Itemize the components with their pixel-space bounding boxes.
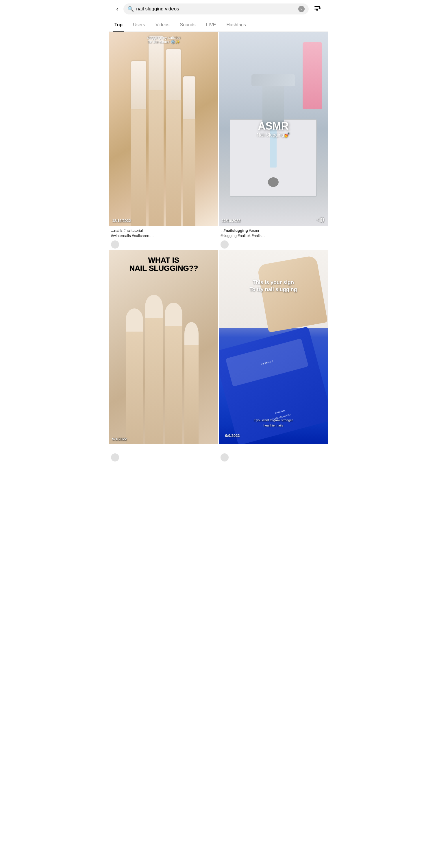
card-author-1: [111, 241, 216, 249]
video-thumb-4: Vaseline ORIGINAL PETROLEUM JELLY This i…: [219, 250, 328, 444]
card-info-2: ...#nailslugging #asmr #slugging #nailto…: [219, 226, 328, 249]
video-overlay-2: ASMR Nail Slugging💅 12/10/2022 ◁)): [219, 32, 328, 226]
tab-bar: Top Users Videos Sounds LIVE Hashtags: [109, 18, 328, 32]
author-avatar-2: [221, 241, 229, 249]
tab-sounds[interactable]: Sounds: [175, 18, 201, 32]
sign-text: This is your signTo try nail slugging: [224, 279, 322, 293]
card-author-2: [221, 241, 326, 249]
video-card-2[interactable]: ASMR Nail Slugging💅 12/10/2022 ◁)) ...#n…: [219, 32, 328, 250]
video-overlay-4: This is your signTo try nail slugging if…: [219, 250, 328, 444]
video-overlay-1: slugging my cuticlesfor the winter ❄️✨ 1…: [109, 32, 218, 226]
author-avatar-1: [111, 241, 119, 249]
card-tags-2: ...#nailslugging #asmr: [221, 228, 326, 233]
bottom-spacer: [109, 463, 328, 474]
sound-icon-2: ◁)): [316, 216, 324, 223]
back-button[interactable]: ‹: [114, 4, 121, 14]
video-thumb-1: slugging my cuticlesfor the winter ❄️✨ 1…: [109, 32, 218, 226]
video-caption-2: ASMR Nail Slugging💅: [257, 120, 290, 138]
clear-button[interactable]: ×: [298, 6, 305, 12]
card-info-1: ...nails #nailtutorial #winternails #nai…: [109, 226, 218, 249]
tab-videos[interactable]: Videos: [150, 18, 175, 32]
video-caption-1: slugging my cuticlesfor the winter ❄️✨: [113, 35, 215, 44]
video-card-1[interactable]: slugging my cuticlesfor the winter ❄️✨ 1…: [109, 32, 218, 250]
card-author-4: [221, 454, 326, 462]
video-thumb-3: WHAT ISNAIL SLUGGING?? 9/1/2022: [109, 250, 218, 444]
card-info-3: [109, 444, 218, 463]
video-date-4: 9/9/2022: [225, 433, 240, 438]
tab-live[interactable]: LIVE: [201, 18, 222, 32]
filter-button[interactable]: [311, 3, 323, 14]
svg-point-4: [316, 9, 317, 10]
card-tags-2b: #slugging #nailtok #nails...: [221, 233, 326, 239]
author-avatar-3: [111, 454, 119, 462]
header: ‹ 🔍 nail slugging videos ×: [109, 0, 328, 18]
card-tags-1: ...nails #nailtutorial: [111, 228, 216, 233]
card-tags-4: [221, 446, 326, 452]
tab-users[interactable]: Users: [128, 18, 150, 32]
card-tags-1b: #winternails #nailcarero...: [111, 233, 216, 239]
tab-top[interactable]: Top: [109, 18, 128, 32]
video-date-3: 9/1/2022: [112, 437, 127, 441]
card-author-3: [111, 454, 216, 462]
card-info-4: [219, 444, 328, 463]
search-icon: 🔍: [128, 6, 134, 12]
svg-point-2: [319, 7, 320, 9]
search-bar[interactable]: 🔍 nail slugging videos ×: [124, 3, 309, 14]
video-grid: slugging my cuticlesfor the winter ❄️✨ 1…: [109, 32, 328, 463]
video-date-1: 12/12/2022: [112, 218, 131, 223]
asmr-subtitle: Nail Slugging💅: [257, 132, 290, 138]
author-avatar-4: [221, 454, 229, 462]
video-thumb-2: ASMR Nail Slugging💅 12/10/2022 ◁)): [219, 32, 328, 226]
what-is-title: WHAT ISNAIL SLUGGING??: [115, 256, 213, 273]
card-tags-3: [111, 446, 216, 452]
video-card-3[interactable]: WHAT ISNAIL SLUGGING?? 9/1/2022: [109, 250, 218, 463]
video-overlay-3: WHAT ISNAIL SLUGGING?? 9/1/2022: [109, 250, 218, 444]
video-card-4[interactable]: Vaseline ORIGINAL PETROLEUM JELLY This i…: [219, 250, 328, 463]
search-input[interactable]: nail slugging videos: [136, 6, 296, 12]
tab-hashtags[interactable]: Hashtags: [222, 18, 251, 32]
asmr-title: ASMR: [257, 120, 290, 132]
video-date-2: 12/10/2022: [222, 218, 240, 223]
